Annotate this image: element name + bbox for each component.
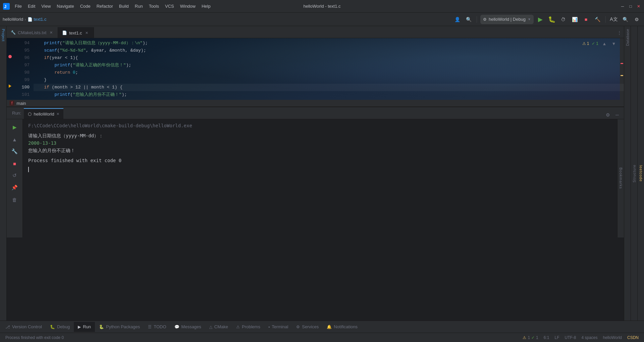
run-stop-button[interactable]: ■ [9, 158, 20, 169]
search-everywhere-button[interactable]: 🔍 [464, 15, 473, 24]
coverage-button[interactable]: ⏱ [558, 15, 568, 24]
tab-close-cmake[interactable]: ✕ [48, 30, 54, 35]
search-button[interactable]: 🔍 [621, 15, 630, 24]
project-label[interactable]: Project [1, 27, 6, 43]
run-trash-button[interactable]: 🗑 [9, 194, 20, 205]
status-bar: Process finished with exit code 0 ⚠ 1 ✓ … [0, 333, 644, 342]
run-up-button[interactable]: ▲ [9, 134, 20, 145]
ln-95: 95 [13, 47, 30, 54]
tab-todo-label: TODO [154, 324, 166, 329]
menu-file[interactable]: File [12, 2, 24, 10]
panel-tab-helloworld[interactable]: ⬡ helloWorld ✕ [24, 108, 63, 119]
run-prompt-1: 请输入日期信息（yyyy-MM-dd）： [28, 132, 612, 139]
ln-100: 100 [13, 84, 30, 91]
tab-cmake-label: CMake [214, 324, 228, 329]
status-encoding[interactable]: UTF-8 [562, 333, 579, 342]
bookmarks-label[interactable]: Bookmarks [619, 167, 623, 189]
annotation-nav-up[interactable]: ▲ [601, 40, 608, 47]
run-rerun-button[interactable]: ↺ [9, 170, 20, 181]
menu-navigate[interactable]: Navigate [54, 2, 76, 10]
structure-label[interactable]: Structure [632, 164, 636, 183]
tab-notifications[interactable]: 🔔 Notifications [323, 322, 362, 332]
menu-refactor[interactable]: Refactor [94, 2, 116, 10]
tab-todo[interactable]: ☰ TODO [144, 322, 170, 332]
run-output[interactable]: F:\CCode\CCode\helloWorld\cmake-build-de… [23, 119, 617, 237]
menu-help[interactable]: Help [199, 2, 213, 10]
status-branch[interactable]: helloWorld [600, 333, 625, 342]
panel-tab-close[interactable]: ✕ [56, 112, 59, 116]
menu-vcs[interactable]: VCS [162, 2, 177, 10]
problems-icon: ⚠ [236, 325, 240, 329]
debug-button[interactable]: 🐛 [547, 15, 556, 24]
run-config-label: helloWorld | Debug [489, 17, 526, 22]
tab-more-button[interactable]: ⋮ [614, 27, 624, 38]
maximize-button[interactable]: □ [628, 4, 633, 9]
database-sidebar: Database [624, 26, 631, 321]
menu-view[interactable]: View [39, 2, 53, 10]
status-line-col[interactable]: 6:1 [541, 333, 552, 342]
structure-sidebar: Structure [631, 26, 637, 321]
build-button[interactable]: 🔨 [593, 15, 602, 24]
status-csdn[interactable]: CSDN [625, 333, 641, 342]
code-editor: 94 95 96 97 98 99 100 101 p [7, 38, 624, 100]
tab-messages[interactable]: 💬 Messages [170, 322, 205, 332]
breakpoint-96[interactable] [8, 55, 12, 58]
settings-button[interactable]: ⚙ [632, 15, 641, 24]
todo-icon: ☰ [148, 325, 152, 329]
tab-messages-label: Messages [181, 324, 201, 329]
notifications-icon: 🔔 [327, 325, 332, 329]
warning-count: 1 [587, 41, 589, 46]
main-content: Project 🔧 CMakeLists.txt ✕ 📄 text1.c ✕ ⋮ [0, 26, 644, 321]
tab-text1[interactable]: 📄 text1.c ✕ [58, 27, 94, 38]
tab-python-packages[interactable]: 🐍 Python Packages [95, 322, 144, 332]
translate-button[interactable]: A文 [609, 15, 619, 24]
vcs-button[interactable]: 👤 [452, 15, 462, 24]
status-indent[interactable]: 4 spaces [579, 333, 600, 342]
code-content[interactable]: printf("请输入日期信息（yyyy-MM-dd）：\n"); scanf(… [34, 38, 624, 100]
tab-terminal[interactable]: ▪ Terminal [264, 322, 292, 332]
run-pin-button[interactable]: 📌 [9, 182, 20, 193]
leetcode-label[interactable]: leetcode [639, 165, 643, 182]
warning-annotation[interactable]: ⚠ 1 [582, 41, 589, 46]
run-wrench-button[interactable]: 🔧 [9, 146, 20, 157]
menu-build[interactable]: Build [116, 2, 131, 10]
function-name: main [16, 101, 26, 106]
menu-edit[interactable]: Edit [25, 2, 38, 10]
tab-version-control[interactable]: ⎇ Version Control [1, 322, 46, 332]
menu-window[interactable]: Window [177, 2, 198, 10]
tab-close-text1[interactable]: ✕ [84, 30, 90, 36]
tab-cmakelist[interactable]: 🔧 CMakeLists.txt ✕ [7, 27, 58, 38]
breadcrumb-project[interactable]: helloWorld [3, 17, 23, 22]
run-play-button[interactable]: ▶ [9, 122, 20, 133]
database-label[interactable]: Database [625, 27, 630, 47]
run-button[interactable]: ▶ [536, 15, 545, 24]
close-button[interactable]: ✕ [636, 4, 641, 9]
tab-notifications-label: Notifications [334, 324, 358, 329]
tab-cmake[interactable]: △ CMake [205, 322, 232, 332]
tab-debug[interactable]: 🐛 Debug [46, 322, 74, 332]
status-line-ending[interactable]: LF [552, 333, 562, 342]
menu-tools[interactable]: Tools [146, 2, 162, 10]
code-line-94: printf("请输入日期信息（yyyy-MM-dd）：\n"); [34, 40, 624, 47]
ok-status-icon: ✓ [531, 335, 535, 340]
profile-button[interactable]: 📊 [570, 15, 579, 24]
warning-status-icon: ⚠ [523, 335, 526, 340]
run-configuration[interactable]: ⚙ helloWorld | Debug ▼ [480, 15, 534, 24]
version-control-icon: ⎇ [5, 325, 10, 329]
tab-run[interactable]: ▶ Run [74, 322, 95, 332]
run-exe-path: F:\CCode\CCode\helloWorld\cmake-build-de… [28, 122, 612, 129]
status-warnings[interactable]: ⚠ 1 ✓ 1 [520, 333, 541, 342]
menu-run[interactable]: Run [132, 2, 146, 10]
code-line-101: printf("您输入的月份不正确！"); [34, 91, 624, 98]
tab-problems[interactable]: ⚠ Problems [232, 322, 264, 332]
menu-code[interactable]: Code [77, 2, 93, 10]
panel-minimize-button[interactable]: ─ [613, 111, 621, 119]
panel-settings-button[interactable]: ⚙ [604, 111, 612, 119]
tab-services[interactable]: ⚙ Services [292, 322, 323, 332]
gutter-100 [7, 82, 13, 90]
ok-annotation[interactable]: ✓ 1 [592, 41, 598, 46]
function-badge: f [9, 100, 14, 106]
stop-button[interactable]: ■ [581, 15, 591, 24]
minimize-button[interactable]: ─ [620, 4, 625, 9]
annotation-nav-down[interactable]: ▼ [610, 40, 617, 47]
